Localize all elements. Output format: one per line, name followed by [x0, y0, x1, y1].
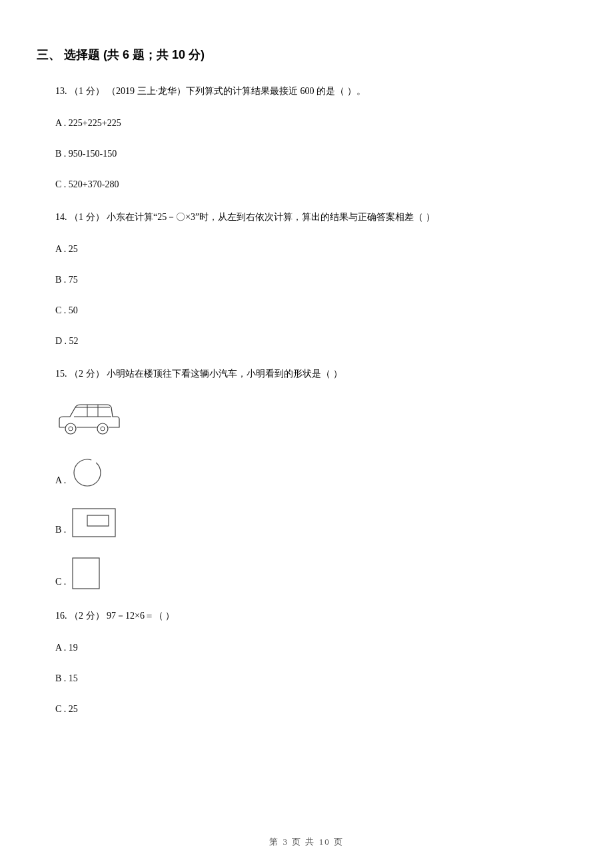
q15-option-b: B .: [55, 507, 576, 538]
svg-point-8: [74, 459, 101, 486]
rect-icon: [71, 557, 101, 590]
svg-rect-11: [73, 558, 99, 589]
section-title: 三、 选择题 (共 6 题；共 10 分): [37, 47, 576, 63]
q15-option-a: A .: [55, 457, 576, 489]
question-13-text: 13. （1 分） （2019 三上·龙华）下列算式的计算结果最接近 600 的…: [55, 84, 576, 98]
q15-option-b-label: B .: [55, 525, 66, 538]
question-16-text: 16. （2 分） 97－12×6＝（ ）: [55, 609, 576, 623]
q15-option-c-label: C .: [55, 577, 66, 590]
svg-point-2: [97, 423, 108, 434]
q15-option-c: C .: [55, 557, 576, 590]
q13-option-c: C . 520+370-280: [55, 179, 576, 190]
q14-option-b: B . 75: [55, 275, 576, 285]
car-image: [55, 401, 576, 438]
question-15-text: 15. （2 分） 小明站在楼顶往下看这辆小汽车，小明看到的形状是（ ）: [55, 367, 576, 381]
q14-option-c: C . 50: [55, 305, 576, 316]
q16-option-a: A . 19: [55, 643, 576, 653]
q15-option-a-label: A .: [55, 475, 66, 489]
question-14-text: 14. （1 分） 小东在计算“25－〇×3”时，从左到右依次计算，算出的结果与…: [55, 210, 576, 224]
q13-option-a: A . 225+225+225: [55, 118, 576, 129]
page-footer: 第 3 页 共 10 页: [0, 836, 613, 848]
q16-option-c: C . 25: [55, 704, 576, 715]
svg-point-1: [69, 427, 73, 431]
q14-option-a: A . 25: [55, 244, 576, 255]
circle-icon: [71, 457, 103, 489]
q14-option-d: D . 52: [55, 336, 576, 347]
q13-option-b: B . 950-150-150: [55, 149, 576, 159]
svg-point-3: [101, 427, 105, 431]
svg-rect-10: [87, 515, 109, 526]
svg-point-0: [65, 423, 76, 434]
rect-nested-icon: [71, 507, 117, 538]
q16-option-b: B . 15: [55, 673, 576, 684]
